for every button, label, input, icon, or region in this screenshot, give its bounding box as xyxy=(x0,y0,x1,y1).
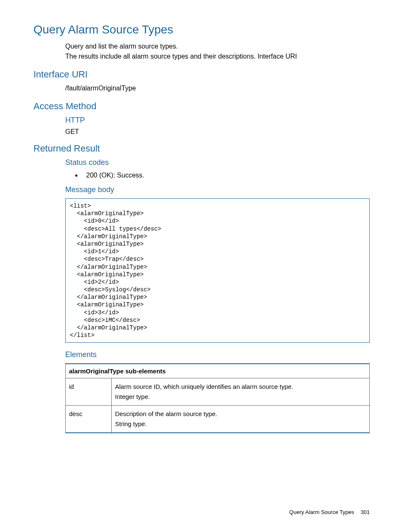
http-method: GET xyxy=(65,128,370,136)
table-cell-name: desc xyxy=(66,406,112,433)
status-codes-list: 200 (OK): Success. xyxy=(65,170,370,180)
heading-access-method: Access Method xyxy=(33,101,370,112)
page-footer: Query Alarm Source Types 301 xyxy=(289,509,370,515)
interface-uri-value: /fault/alarmOriginalType xyxy=(33,83,370,93)
desc-line: Description of the alarm source type. xyxy=(115,410,217,417)
elements-table: alarmOriginalType sub-elements id Alarm … xyxy=(65,363,370,433)
footer-page-number: 301 xyxy=(361,509,370,515)
table-row: desc Description of the alarm source typ… xyxy=(66,406,370,433)
table-cell-desc: Description of the alarm source type. St… xyxy=(112,406,370,433)
heading-interface-uri: Interface URI xyxy=(33,69,370,80)
page-title: Query Alarm Source Types xyxy=(33,23,370,36)
table-header: alarmOriginalType sub-elements xyxy=(66,364,370,378)
heading-elements: Elements xyxy=(65,350,370,359)
heading-status-codes: Status codes xyxy=(65,158,370,167)
desc-line: String type. xyxy=(115,420,147,427)
heading-message-body: Message body xyxy=(65,185,370,194)
intro-block: Query and list the alarm source types. T… xyxy=(33,41,370,62)
footer-separator xyxy=(357,509,358,515)
desc-line: Integer type. xyxy=(115,393,150,400)
heading-returned-result: Returned Result xyxy=(33,143,370,154)
table-header-row: alarmOriginalType sub-elements xyxy=(66,364,370,378)
footer-title: Query Alarm Source Types xyxy=(289,509,354,515)
status-code-item: 200 (OK): Success. xyxy=(82,170,370,180)
intro-line-1: Query and list the alarm source types. xyxy=(65,41,370,51)
heading-http: HTTP xyxy=(65,116,370,125)
table-row: id Alarm source ID, which uniquely ident… xyxy=(66,378,370,406)
table-cell-name: id xyxy=(66,378,112,406)
table-cell-desc: Alarm source ID, which uniquely identifi… xyxy=(112,378,370,406)
desc-line: Alarm source ID, which uniquely identifi… xyxy=(115,383,293,390)
message-body-code: <list> <alarmOriginalType> <id>0</id> <d… xyxy=(65,198,370,343)
intro-line-2: The results include all alarm source typ… xyxy=(65,51,370,62)
